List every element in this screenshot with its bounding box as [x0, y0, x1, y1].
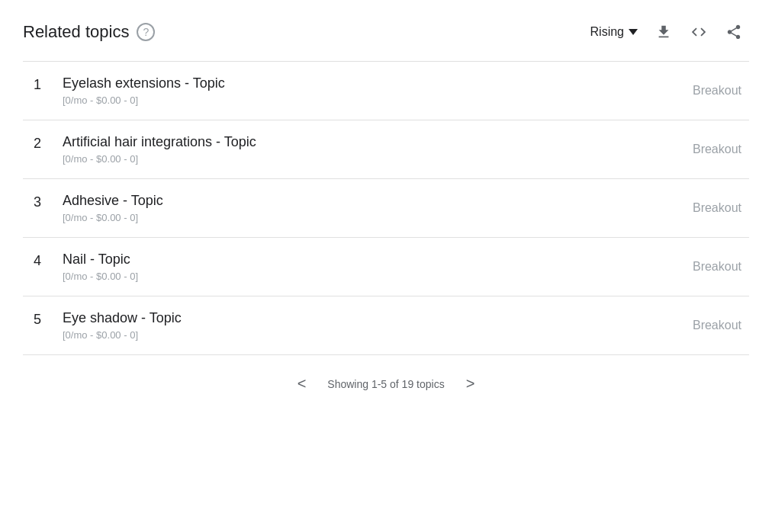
topic-name: Eye shadow - Topic	[63, 310, 182, 326]
topic-info: Adhesive - Topic [0/mo - $0.00 - 0]	[63, 193, 163, 223]
prev-page-button[interactable]: <	[291, 372, 313, 396]
topic-meta: [0/mo - $0.00 - 0]	[63, 212, 163, 223]
table-row[interactable]: 5 Eye shadow - Topic [0/mo - $0.00 - 0] …	[23, 296, 749, 355]
table-row[interactable]: 2 Artificial hair integrations - Topic […	[23, 120, 749, 179]
share-icon	[725, 24, 742, 40]
topic-info: Eye shadow - Topic [0/mo - $0.00 - 0]	[63, 310, 182, 341]
header-left: Related topics ?	[23, 22, 155, 42]
next-page-button[interactable]: >	[460, 372, 481, 396]
topic-info: Eyelash extensions - Topic [0/mo - $0.00…	[63, 75, 225, 106]
topic-rank: 2	[23, 134, 41, 152]
topic-meta: [0/mo - $0.00 - 0]	[63, 95, 225, 106]
filter-label: Rising	[590, 25, 624, 39]
embed-icon	[690, 24, 707, 40]
topic-left-4: 5 Eye shadow - Topic [0/mo - $0.00 - 0]	[23, 310, 182, 341]
topic-name: Eyelash extensions - Topic	[63, 75, 225, 91]
embed-button[interactable]	[684, 17, 714, 47]
header: Related topics ? Rising	[23, 0, 749, 62]
pagination-text: Showing 1-5 of 19 topics	[327, 378, 444, 390]
topic-breakout: Breakout	[693, 201, 749, 215]
topic-name: Adhesive - Topic	[63, 193, 163, 209]
help-icon[interactable]: ?	[137, 23, 155, 41]
topic-left-0: 1 Eyelash extensions - Topic [0/mo - $0.…	[23, 75, 225, 106]
pagination: < Showing 1-5 of 19 topics >	[23, 355, 749, 412]
table-row[interactable]: 3 Adhesive - Topic [0/mo - $0.00 - 0] Br…	[23, 179, 749, 238]
topic-left-2: 3 Adhesive - Topic [0/mo - $0.00 - 0]	[23, 193, 163, 223]
header-right: Rising	[584, 17, 749, 47]
topic-info: Artificial hair integrations - Topic [0/…	[63, 134, 256, 165]
chevron-down-icon	[629, 29, 638, 35]
topic-rank: 3	[23, 193, 41, 210]
download-icon	[655, 24, 672, 40]
topic-meta: [0/mo - $0.00 - 0]	[63, 271, 138, 282]
topic-rank: 4	[23, 252, 41, 269]
table-row[interactable]: 4 Nail - Topic [0/mo - $0.00 - 0] Breako…	[23, 238, 749, 296]
topic-left-1: 2 Artificial hair integrations - Topic […	[23, 134, 256, 165]
topic-meta: [0/mo - $0.00 - 0]	[63, 153, 256, 165]
topic-breakout: Breakout	[693, 84, 749, 98]
topic-name: Artificial hair integrations - Topic	[63, 134, 256, 150]
topic-rank: 5	[23, 310, 41, 328]
topic-left-3: 4 Nail - Topic [0/mo - $0.00 - 0]	[23, 252, 138, 282]
page-title: Related topics	[23, 22, 129, 42]
topic-breakout: Breakout	[693, 143, 749, 156]
topic-breakout: Breakout	[693, 260, 749, 274]
filter-dropdown[interactable]: Rising	[584, 22, 644, 42]
share-button[interactable]	[719, 17, 749, 47]
table-row[interactable]: 1 Eyelash extensions - Topic [0/mo - $0.…	[23, 62, 749, 120]
topic-breakout: Breakout	[693, 319, 749, 332]
topic-meta: [0/mo - $0.00 - 0]	[63, 329, 182, 341]
topic-name: Nail - Topic	[63, 252, 138, 268]
download-button[interactable]	[648, 17, 679, 47]
topic-rank: 1	[23, 75, 41, 93]
topic-info: Nail - Topic [0/mo - $0.00 - 0]	[63, 252, 138, 282]
topics-list: 1 Eyelash extensions - Topic [0/mo - $0.…	[23, 62, 749, 355]
